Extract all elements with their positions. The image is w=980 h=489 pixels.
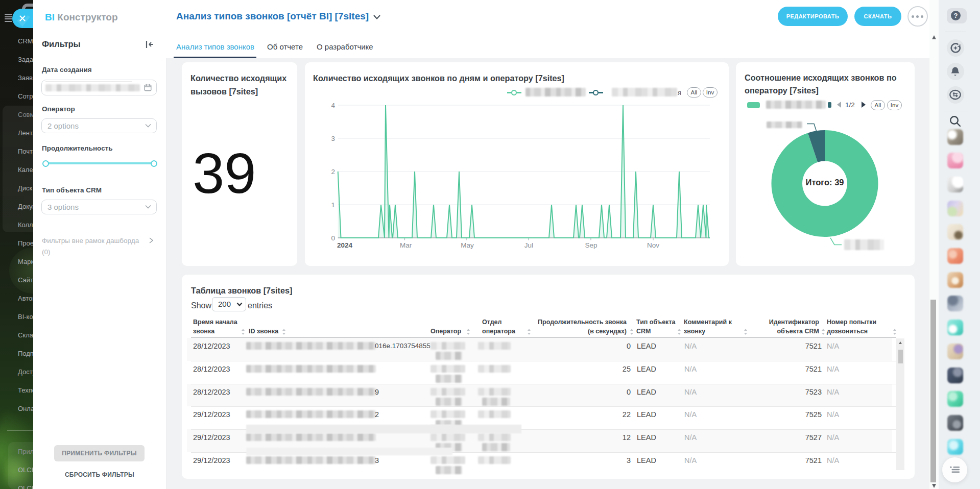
svg-text:1: 1 <box>331 201 335 209</box>
svg-text:Sep: Sep <box>585 241 597 249</box>
svg-text:4: 4 <box>331 102 335 109</box>
svg-text:Mar: Mar <box>400 241 412 249</box>
svg-text:2: 2 <box>331 168 335 176</box>
svg-text:3: 3 <box>331 135 335 142</box>
svg-text:May: May <box>461 241 474 249</box>
svg-text:Nov: Nov <box>647 241 659 249</box>
svg-text:Jul: Jul <box>524 241 533 249</box>
svg-text:2024: 2024 <box>337 241 353 249</box>
svg-text:0: 0 <box>331 234 335 242</box>
